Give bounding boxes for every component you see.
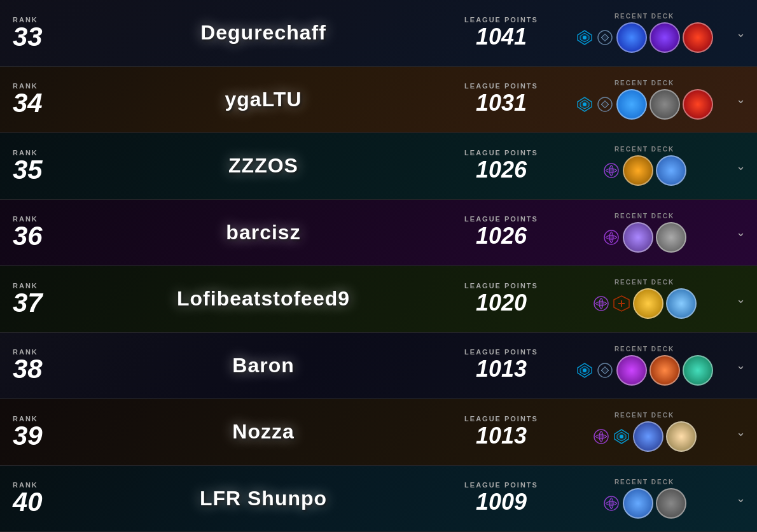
lp-label: LEAGUE POINTS — [438, 415, 565, 423]
recent-deck-label: RECENT DECK — [615, 412, 674, 419]
rank-row-34[interactable]: RANK 34 ygaLTU LEAGUE POINTS 1031 RECENT… — [0, 67, 757, 134]
recent-deck-section: RECENT DECK — [565, 346, 730, 386]
rank-row-38[interactable]: RANK 38 Baron LEAGUE POINTS 1013 RECENT … — [0, 333, 757, 400]
rank-section: RANK 40 — [0, 481, 89, 515]
expand-button[interactable]: ⌄ — [730, 289, 751, 309]
deck-icons-row — [592, 288, 697, 319]
champion-icon-3-1 — [656, 222, 686, 253]
recent-deck-label: RECENT DECK — [615, 80, 674, 87]
rank-row-33[interactable]: RANK 33 Degurechaff LEAGUE POINTS 1041 R… — [0, 0, 757, 67]
champion-icon-1-0 — [616, 89, 647, 120]
svg-point-0 — [583, 36, 587, 39]
recent-deck-section: RECENT DECK — [565, 279, 730, 319]
deck-icons-row — [602, 155, 686, 186]
champion-icon-4-0 — [633, 288, 663, 319]
champion-icon-1-2 — [683, 89, 713, 120]
svg-point-5 — [583, 368, 587, 372]
champion-icon-1-1 — [649, 89, 680, 120]
faction-icon-0-1 — [576, 29, 594, 46]
faction-icon-0-2 — [596, 29, 614, 46]
rank-section: RANK 36 — [0, 215, 89, 249]
deck-icons-row — [602, 488, 686, 519]
lp-section: LEAGUE POINTS 1026 — [438, 149, 565, 183]
player-name: ZZZOS — [228, 154, 298, 178]
lp-label: LEAGUE POINTS — [438, 82, 565, 90]
player-section: ygaLTU — [89, 88, 438, 111]
rank-row-37[interactable]: RANK 37 Lofibeatstofeed9 LEAGUE POINTS 1… — [0, 266, 757, 333]
player-name: Lofibeatstofeed9 — [177, 287, 350, 311]
player-section: LFR Shunpo — [89, 487, 438, 510]
rank-row-36[interactable]: RANK 36 barcisz LEAGUE POINTS 1026 RECEN… — [0, 200, 757, 267]
recent-deck-section: RECENT DECK — [565, 412, 730, 452]
recent-deck-section: RECENT DECK — [565, 146, 730, 186]
player-name: Degurechaff — [200, 21, 326, 45]
player-name: Baron — [232, 354, 294, 377]
faction-icon-1-1 — [576, 95, 594, 113]
rank-section: RANK 35 — [0, 149, 89, 183]
recent-deck-label: RECENT DECK — [615, 279, 674, 286]
expand-button[interactable]: ⌄ — [730, 222, 751, 242]
player-section: Degurechaff — [89, 21, 438, 45]
rank-section: RANK 37 — [0, 282, 89, 316]
rank-row-35[interactable]: RANK 35 ZZZOS LEAGUE POINTS 1026 RECENT … — [0, 133, 757, 200]
rank-row-40[interactable]: RANK 40 LFR Shunpo LEAGUE POINTS 1009 RE… — [0, 466, 757, 533]
expand-button[interactable]: ⌄ — [730, 488, 751, 508]
lp-label: LEAGUE POINTS — [438, 348, 565, 356]
rank-number: 34 — [13, 90, 89, 116]
player-section: barcisz — [89, 221, 438, 244]
champion-icon-2-1 — [656, 155, 686, 186]
recent-deck-label: RECENT DECK — [615, 146, 674, 153]
lp-value: 1026 — [438, 223, 565, 249]
expand-button[interactable]: ⌄ — [730, 23, 751, 43]
lp-label: LEAGUE POINTS — [438, 215, 565, 223]
deck-icons-row — [592, 421, 697, 452]
lp-section: LEAGUE POINTS 1013 — [438, 348, 565, 382]
champion-icon-0-2 — [683, 22, 713, 53]
rank-number: 33 — [13, 24, 89, 50]
rank-number: 37 — [13, 290, 89, 316]
expand-button[interactable]: ⌄ — [730, 89, 751, 109]
faction-icon-7-1 — [602, 494, 620, 512]
deck-icons-row — [576, 89, 713, 120]
expand-button[interactable]: ⌄ — [730, 422, 751, 442]
faction-icon-5-2 — [596, 361, 614, 379]
rank-row-39[interactable]: RANK 39 Nozza LEAGUE POINTS 1013 RECENT … — [0, 399, 757, 466]
champion-icon-5-0 — [616, 355, 647, 386]
recent-deck-section: RECENT DECK — [565, 213, 730, 253]
lp-section: LEAGUE POINTS 1020 — [438, 282, 565, 316]
champion-icon-2-0 — [623, 155, 653, 186]
faction-icon-2-1 — [602, 162, 620, 179]
lp-value: 1031 — [438, 90, 565, 116]
faction-icon-1-2 — [596, 95, 614, 113]
faction-icon-5-1 — [576, 361, 594, 379]
lp-value: 1026 — [438, 157, 565, 183]
svg-point-1 — [583, 102, 587, 106]
champion-icon-6-1 — [666, 421, 697, 452]
lp-value: 1041 — [438, 24, 565, 50]
champion-icon-4-1 — [666, 288, 697, 319]
recent-deck-label: RECENT DECK — [615, 213, 674, 220]
rank-number: 38 — [13, 356, 89, 382]
recent-deck-section: RECENT DECK — [565, 80, 730, 120]
lp-section: LEAGUE POINTS 1009 — [438, 481, 565, 515]
lp-value: 1013 — [438, 356, 565, 382]
expand-button[interactable]: ⌄ — [730, 355, 751, 375]
player-name: Nozza — [232, 420, 294, 444]
rank-section: RANK 39 — [0, 415, 89, 449]
player-name: ygaLTU — [225, 88, 302, 111]
leaderboard: RANK 33 Degurechaff LEAGUE POINTS 1041 R… — [0, 0, 757, 532]
faction-icon-4-1 — [592, 295, 610, 312]
faction-icon-6-1 — [592, 428, 610, 445]
champion-icon-0-1 — [649, 22, 680, 53]
champion-icon-6-0 — [633, 421, 663, 452]
lp-label: LEAGUE POINTS — [438, 481, 565, 489]
rank-number: 39 — [13, 423, 89, 449]
lp-section: LEAGUE POINTS 1031 — [438, 82, 565, 116]
expand-button[interactable]: ⌄ — [730, 156, 751, 176]
lp-section: LEAGUE POINTS 1026 — [438, 215, 565, 249]
lp-value: 1013 — [438, 423, 565, 449]
champion-icon-0-0 — [616, 22, 647, 53]
recent-deck-section: RECENT DECK — [565, 479, 730, 519]
rank-section: RANK 33 — [0, 16, 89, 50]
recent-deck-label: RECENT DECK — [615, 13, 674, 20]
